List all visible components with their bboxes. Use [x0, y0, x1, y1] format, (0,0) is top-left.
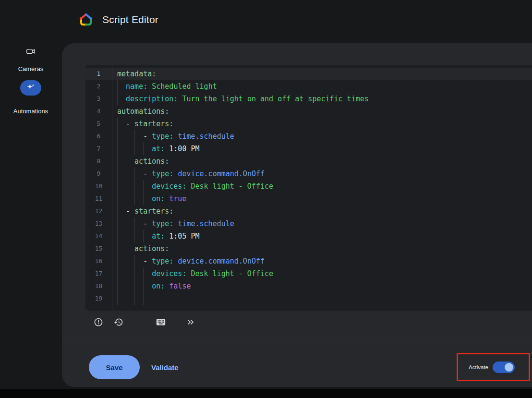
code-line[interactable]: 7at: 1:00 PM [85, 143, 532, 155]
indent-guide [143, 193, 152, 205]
code-text: - type: time.schedule [112, 132, 234, 141]
indent-guide [134, 280, 143, 292]
keyboard-button[interactable] [152, 314, 170, 332]
sidebar-item-label: Automations [13, 108, 48, 115]
code-line[interactable]: 5- starters: [85, 118, 532, 130]
problems-button[interactable] [89, 314, 108, 332]
code-text: on: true [112, 194, 186, 203]
code-line[interactable]: 6- type: time.schedule [85, 130, 532, 143]
gutter-divider [112, 65, 112, 311]
code-line[interactable]: 16- type: device.command.OnOff [85, 255, 532, 267]
line-number: 4 [85, 105, 112, 118]
code-line[interactable]: 9- type: device.command.OnOff [85, 168, 532, 180]
code-line[interactable]: 13- type: time.schedule [85, 217, 532, 230]
indent-guide [126, 193, 134, 205]
activate-toggle[interactable] [493, 362, 515, 373]
code-line[interactable]: 3description: Turn the light on and off … [85, 93, 532, 105]
page-title: Script Editor [102, 14, 158, 25]
line-number: 6 [85, 130, 112, 143]
indent-guide [126, 130, 134, 143]
line-number: 17 [85, 267, 112, 280]
code-text: on: false [112, 282, 191, 290]
code-line[interactable]: 19 [85, 292, 532, 305]
line-number: 2 [85, 80, 112, 93]
more-tools-button[interactable] [181, 314, 200, 332]
code-text: automations: [112, 107, 169, 116]
code-line[interactable]: 15actions: [85, 242, 532, 255]
indent-guide [126, 143, 134, 155]
indent-guide [134, 193, 143, 205]
indent-guide [117, 118, 126, 130]
code-line[interactable]: 8actions: [85, 155, 532, 168]
indent-guide [143, 267, 152, 280]
toggle-thumb [505, 363, 513, 372]
indent-guide [134, 168, 143, 180]
indent-guide [117, 193, 126, 205]
indent-guide [134, 230, 143, 242]
code-line[interactable]: 12- starters: [85, 205, 532, 217]
indent-guide [126, 168, 134, 180]
code-line[interactable]: 2name: Scheduled light [85, 80, 532, 93]
indent-guide [126, 230, 134, 242]
indent-guide [117, 130, 126, 143]
automations-active-pill [20, 80, 41, 96]
sidebar-item-cameras[interactable]: Cameras [7, 46, 55, 72]
line-number: 11 [85, 193, 112, 205]
code-text: devices: Desk light - Office [112, 269, 273, 278]
indent-guide [134, 143, 143, 155]
indent-guide [143, 292, 152, 305]
activate-control: Activate [469, 355, 515, 379]
line-number: 5 [85, 118, 112, 130]
line-number: 16 [85, 255, 112, 267]
code-line[interactable]: 11on: true [85, 193, 532, 205]
indent-guide [143, 180, 152, 193]
indent-guide [117, 242, 126, 255]
activate-label: Activate [469, 364, 488, 370]
line-number: 14 [85, 230, 112, 242]
indent-guide [117, 93, 126, 105]
indent-guide [126, 242, 134, 255]
indent-guide [126, 155, 134, 168]
indent-guide [117, 155, 126, 168]
code-line[interactable]: 18on: false [85, 280, 532, 292]
code-text: actions: [112, 157, 169, 166]
indent-guide [117, 168, 126, 180]
indent-guide [134, 255, 143, 267]
code-text: name: Scheduled light [112, 82, 217, 91]
sidebar-item-automations[interactable]: Automations [7, 80, 55, 115]
line-number: 10 [85, 180, 112, 193]
code-text: - type: time.schedule [112, 219, 234, 228]
code-text: at: 1:05 PM [112, 232, 200, 241]
indent-guide [126, 255, 134, 267]
code-text: - type: device.command.OnOff [112, 169, 265, 178]
indent-guide [117, 205, 126, 217]
line-number: 8 [85, 155, 112, 168]
line-number: 3 [85, 93, 112, 105]
code-line[interactable]: 10devices: Desk light - Office [85, 180, 532, 193]
code-line[interactable]: 4automations: [85, 105, 532, 118]
indent-guide [117, 267, 126, 280]
save-button[interactable]: Save [89, 355, 140, 379]
code-editor[interactable]: 1metadata:2name: Scheduled light3descrip… [85, 65, 532, 311]
indent-guide [117, 280, 126, 292]
line-number: 7 [85, 143, 112, 155]
code-text: - type: device.command.OnOff [112, 257, 265, 265]
error-icon [94, 317, 103, 328]
code-lines[interactable]: 1metadata:2name: Scheduled light3descrip… [85, 65, 532, 311]
keyboard-icon [156, 317, 166, 329]
line-number: 15 [85, 242, 112, 255]
history-icon [114, 317, 123, 328]
validate-button[interactable]: Validate [151, 355, 179, 379]
indent-guide [117, 230, 126, 242]
indent-guide [126, 292, 134, 305]
indent-guide [134, 130, 143, 143]
code-line[interactable]: 17devices: Desk light - Office [85, 267, 532, 280]
line-number: 9 [85, 168, 112, 180]
code-text: actions: [112, 244, 169, 253]
code-line[interactable]: 1metadata: [85, 68, 532, 80]
history-button[interactable] [109, 314, 128, 332]
indent-guide [126, 280, 134, 292]
code-line[interactable]: 14at: 1:05 PM [85, 230, 532, 242]
sparkle-icon [26, 83, 36, 94]
google-home-logo [78, 12, 94, 27]
